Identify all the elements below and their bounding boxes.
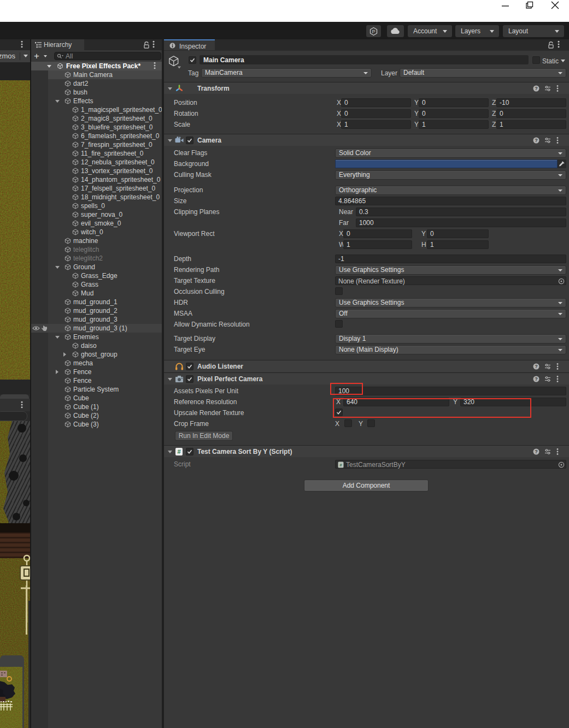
svg-text:#: # — [339, 463, 342, 467]
svg-text:#: # — [177, 448, 180, 455]
svg-text:P: P — [372, 29, 375, 34]
